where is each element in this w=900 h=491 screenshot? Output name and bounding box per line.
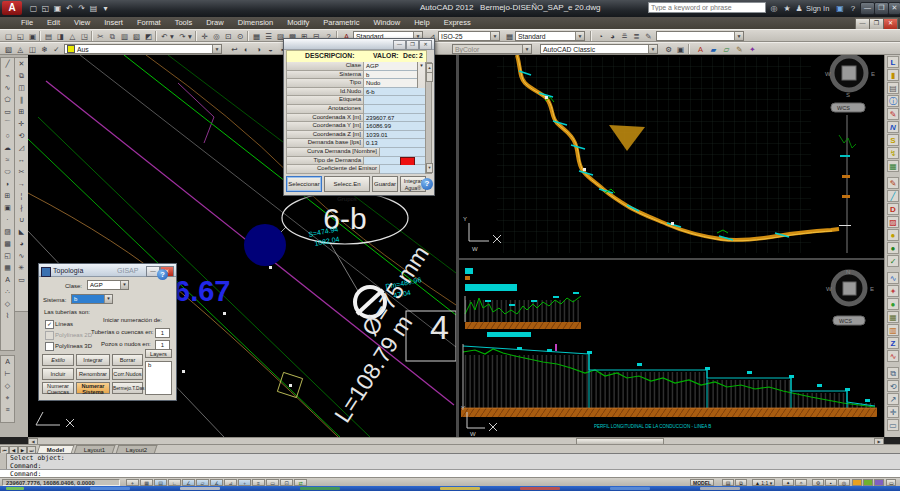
reservoir-icon[interactable]: ● — [887, 298, 899, 310]
incluir-button[interactable]: Incluir — [42, 368, 74, 380]
sistema-dropdown[interactable]: b — [364, 71, 425, 80]
chevron-down-icon[interactable]: ▼ — [522, 45, 531, 53]
break-icon[interactable]: ∤ — [16, 202, 27, 214]
pencil-icon[interactable]: ✎ — [887, 177, 899, 189]
grid-toggle[interactable]: ▤ — [154, 479, 167, 486]
profile-icon[interactable]: ∿ — [887, 350, 899, 362]
app-restore-button[interactable]: ❐ — [874, 2, 889, 15]
table-icon[interactable]: ▦ — [2, 262, 13, 274]
hatch-red-icon[interactable]: ▨ — [887, 216, 899, 228]
taskbar-item[interactable] — [90, 487, 130, 490]
guardar-button[interactable]: Guardar — [372, 176, 398, 192]
integrar-button[interactable]: Integrar — [76, 354, 110, 366]
north-icon[interactable]: N — [887, 121, 899, 133]
point-icon[interactable]: · — [2, 214, 13, 226]
tank-icon[interactable]: ▥ — [887, 324, 899, 336]
infocenter-search-input[interactable] — [648, 2, 766, 13]
layer-combo[interactable]: Aus ▼ — [64, 44, 222, 54]
favorites-star-icon[interactable]: ★ — [781, 3, 793, 14]
stretch-icon[interactable]: ↔ — [16, 154, 27, 166]
palette-close-button[interactable]: ✕ — [419, 40, 432, 50]
menu-help[interactable]: Help — [407, 17, 436, 29]
junction-icon[interactable]: ✦ — [887, 285, 899, 297]
mirror-icon[interactable]: ◫ — [16, 82, 27, 94]
transparency-toggle[interactable]: ▭ — [266, 479, 279, 486]
menu-file[interactable]: File — [14, 17, 40, 29]
pan-tool-icon[interactable]: ✛ — [887, 406, 899, 418]
palette-scrollbar[interactable]: ▲ ▼ — [425, 62, 432, 174]
command-history[interactable]: Select object: Command: — [0, 453, 900, 469]
palette-minimize-button[interactable]: — — [393, 40, 406, 50]
bermejo-button[interactable]: Bermejo.T.Das — [112, 382, 143, 394]
node-yellow-icon[interactable]: ● — [887, 229, 899, 241]
line-icon[interactable]: ╱ — [2, 58, 13, 70]
anotaciones-field[interactable] — [364, 105, 425, 114]
coord-x-field[interactable]: 239607.67 — [364, 114, 425, 123]
qat-undo-icon[interactable]: ↶ — [64, 3, 75, 14]
tipo-dropdown[interactable]: Nudo — [364, 79, 425, 88]
polylineas-2d-checkbox[interactable] — [45, 331, 54, 340]
extend-icon[interactable]: → — [16, 178, 27, 190]
osnap-settings-icon[interactable]: ◇ — [2, 380, 13, 392]
qat-plot-icon[interactable]: ▤ — [88, 3, 99, 14]
numerar-cuencas-button[interactable]: Numerar Cuencas — [42, 382, 74, 394]
revcloud-icon[interactable]: ☁ — [2, 142, 13, 154]
window-tool-icon[interactable]: ▭ — [887, 419, 899, 431]
plot-style-combo[interactable]: ByColor▼ — [452, 44, 532, 54]
offset-icon[interactable]: ∥ — [16, 94, 27, 106]
taskbar-item[interactable] — [180, 487, 220, 490]
3dpoly-icon[interactable]: ⌇ — [2, 310, 13, 322]
help-icon[interactable]: ? — [847, 3, 859, 14]
autocad-logo-icon[interactable]: A — [2, 1, 22, 15]
id-nudo-field[interactable]: 6-b — [364, 88, 425, 97]
copy-tool-icon[interactable]: ⧉ — [887, 367, 899, 379]
table-style-combo[interactable]: Standard▼ — [515, 31, 585, 41]
selecc-en-grupos-button[interactable]: Selecc.En Grupos — [324, 176, 370, 192]
palette-help-button[interactable]: ? — [421, 178, 433, 190]
make-block-icon[interactable]: ▣ — [2, 202, 13, 214]
scroll-down-icon[interactable]: ▼ — [426, 163, 433, 173]
ortho-toggle[interactable]: ∟ — [168, 479, 181, 486]
chevron-down-icon[interactable]: ▼ — [104, 295, 112, 303]
coord-y-field[interactable]: 16086.99 — [364, 122, 425, 131]
workspace-gear-icon[interactable]: ⚙ — [812, 479, 824, 486]
autoscale-icon[interactable]: ✧ — [795, 479, 807, 486]
wcs-menu[interactable]: WCS — [831, 103, 865, 112]
dim-style-combo[interactable]: ISO-25▼ — [438, 31, 500, 41]
demand-icon[interactable]: D — [887, 203, 899, 215]
menu-view[interactable]: View — [67, 17, 97, 29]
export-icon[interactable]: ↗ — [887, 393, 899, 405]
numerar-sistema-button[interactable]: Numerar Sistema — [76, 382, 110, 394]
chevron-down-icon[interactable]: ▼ — [734, 32, 743, 40]
terrain-icon[interactable]: ▦ — [887, 311, 899, 323]
dyn-toggle[interactable]: ＋ — [238, 479, 251, 486]
sign-in-link[interactable]: Sign In — [806, 4, 829, 13]
dialog-help-button[interactable]: ? — [157, 269, 168, 280]
properties-palette[interactable]: — ❐ ✕ DESCRIPCION: VALOR: Dec: 2 Clase A… — [283, 38, 435, 196]
menu-parametric[interactable]: Parametric — [316, 17, 366, 29]
wipeout-icon[interactable]: ◇ — [2, 298, 13, 310]
list-icon[interactable]: ≡ — [2, 404, 13, 416]
taskbar-item[interactable] — [440, 487, 480, 490]
topologia-dialog[interactable]: Topología GISAP — ✕ Clase: AGP ▼ ? Siste… — [38, 263, 177, 401]
explode-icon[interactable]: ✳ — [16, 262, 27, 274]
info-icon[interactable]: ⓘ — [887, 95, 899, 107]
hatch-icon[interactable]: ▨ — [2, 226, 13, 238]
borrar-button[interactable]: Borrar — [112, 354, 143, 366]
chevron-down-icon[interactable]: ▼ — [212, 45, 221, 53]
pipes-start-input[interactable]: 1 — [155, 328, 170, 338]
clase-combo[interactable]: AGP ▼ — [87, 280, 129, 290]
curva-demanda-field[interactable] — [380, 148, 425, 157]
selected-node-marker[interactable] — [244, 224, 286, 266]
command-input[interactable]: Command: — [0, 469, 900, 477]
palette-title-bar[interactable]: — ❐ ✕ — [284, 39, 434, 50]
app-close-button[interactable]: ✕ — [888, 2, 900, 15]
menu-window[interactable]: Window — [367, 17, 408, 29]
ellipse-arc-icon[interactable]: ◗ — [2, 178, 13, 190]
qat-save-icon[interactable]: ▣ — [52, 3, 63, 14]
menu-draw[interactable]: Draw — [199, 17, 231, 29]
qat-open-icon[interactable]: ◱ — [40, 3, 51, 14]
chamfer-icon[interactable]: ◣ — [16, 226, 27, 238]
circle-icon[interactable]: ○ — [2, 130, 13, 142]
otrack-toggle[interactable]: ∡ — [210, 479, 223, 486]
